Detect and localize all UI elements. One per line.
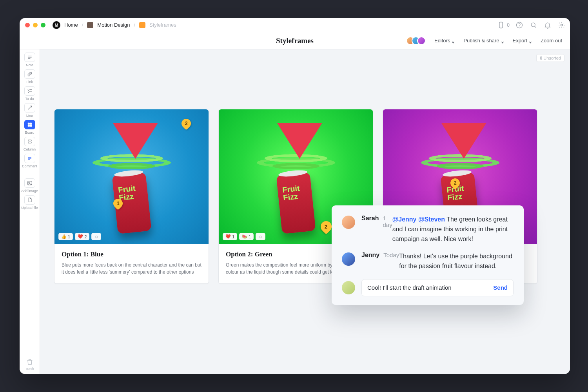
chevron-down-icon: [452, 39, 455, 42]
bell-icon[interactable]: [543, 21, 552, 29]
illustration: FruitFizz: [81, 118, 183, 236]
comment-time: Today: [383, 252, 399, 258]
breadcrumb-page[interactable]: Styleframes: [149, 22, 176, 28]
comment: Sarah 1 day @Jenny @Steven The green loo…: [342, 215, 514, 244]
svg-point-6: [561, 24, 563, 26]
comment: Jenny Today Thanks! Let's use the purple…: [342, 252, 514, 271]
add-reaction-button[interactable]: ☺: [256, 233, 265, 240]
card-image: FruitFizz 2 1 👍1 ❤️2 ☺: [54, 109, 209, 244]
svg-line-5: [535, 26, 536, 27]
zoom-out-button[interactable]: Zoom out: [541, 38, 562, 44]
avatar-icon: [342, 281, 355, 294]
card-title: Option 1: Blue: [62, 250, 201, 258]
app-logo-icon[interactable]: M: [53, 21, 60, 29]
svg-point-4: [531, 23, 535, 27]
close-window-icon[interactable]: [25, 23, 30, 27]
page-title: Styleframes: [276, 36, 314, 45]
editor-avatars[interactable]: [406, 36, 426, 45]
board-icon: [24, 120, 35, 129]
tool-todo[interactable]: To-do: [21, 86, 38, 101]
publish-dropdown[interactable]: Publish & share: [463, 38, 504, 44]
svg-rect-15: [28, 125, 29, 127]
file-icon: [24, 195, 35, 205]
page-color-swatch: [139, 22, 145, 28]
comment-author: Jenny: [361, 252, 379, 259]
fullscreen-window-icon[interactable]: [41, 23, 45, 27]
note-icon: [24, 53, 35, 62]
mention[interactable]: @Jenny @Steven: [392, 216, 445, 223]
comment-input-value: Cool! I'll start the draft animation: [367, 284, 452, 291]
comment-text: @Jenny @Steven The green looks great and…: [392, 215, 514, 244]
card-description: Blue puts more focus back on the central…: [62, 261, 201, 276]
add-reaction-button[interactable]: ☺: [91, 233, 101, 240]
chevron-down-icon: [529, 39, 532, 42]
editors-dropdown[interactable]: Editors: [434, 38, 455, 44]
comment-text: Thanks! Let's use the purple background …: [399, 252, 514, 271]
trash-button[interactable]: Trash: [21, 358, 38, 371]
tool-board[interactable]: Board: [21, 120, 38, 134]
tool-sidebar: Note Link To-do Line Board Column: [20, 49, 40, 374]
svg-rect-17: [28, 140, 31, 141]
svg-rect-13: [28, 123, 29, 124]
traffic-lights: [25, 23, 45, 27]
action-bar: Styleframes Editors Publish & share Expo…: [20, 32, 570, 49]
svg-point-23: [29, 182, 29, 183]
breadcrumb-sep: /: [134, 22, 135, 28]
avatar-icon: [417, 36, 426, 45]
board-canvas[interactable]: 0 Unsorted FruitFizz 2: [40, 49, 570, 374]
minimize-window-icon[interactable]: [33, 23, 38, 27]
tool-note[interactable]: Note: [21, 53, 38, 67]
breadcrumb-sep: /: [82, 22, 83, 28]
svg-rect-14: [30, 123, 31, 124]
device-count-value: 0: [507, 22, 510, 28]
tool-add-image[interactable]: Add image: [21, 178, 38, 193]
comment-thread-popover: 2 Sarah 1 day @Jenny @Steven The green l…: [332, 205, 524, 305]
tool-comment[interactable]: Comment: [21, 154, 38, 168]
device-icon: [497, 21, 505, 29]
gear-icon[interactable]: [557, 21, 566, 29]
reaction[interactable]: 🍉1: [239, 233, 254, 240]
todo-icon: [24, 86, 35, 96]
device-count[interactable]: 0: [497, 21, 510, 29]
svg-rect-16: [30, 125, 31, 127]
reaction-bar: 👍1 ❤️2 ☺: [58, 233, 101, 240]
comment-time: 1 day: [383, 215, 392, 228]
svg-rect-18: [28, 142, 31, 143]
card-option-blue[interactable]: FruitFizz 2 1 👍1 ❤️2 ☺: [54, 109, 209, 284]
trash-icon: [26, 358, 34, 366]
tool-line[interactable]: Line: [21, 103, 38, 118]
export-dropdown[interactable]: Export: [513, 38, 532, 44]
reaction[interactable]: ❤️2: [75, 233, 89, 240]
breadcrumb: M Home / Motion Design / Styleframes: [53, 21, 176, 29]
comment-author: Sarah: [361, 215, 379, 222]
svg-line-12: [28, 106, 31, 109]
comment-input[interactable]: Cool! I'll start the draft animation Sen…: [361, 279, 514, 296]
reaction[interactable]: ❤️1: [223, 233, 237, 240]
send-button[interactable]: Send: [493, 284, 508, 291]
image-icon: [24, 178, 35, 188]
tool-upload-file[interactable]: Upload file: [21, 195, 38, 210]
avatar-icon: [342, 252, 355, 266]
chevron-down-icon: [501, 39, 504, 42]
unsorted-badge[interactable]: 0 Unsorted: [536, 54, 564, 62]
link-icon: [24, 69, 35, 79]
svg-point-3: [519, 26, 520, 27]
avatar-icon: [342, 216, 355, 229]
reaction-bar: ❤️1 🍉1 ☺: [223, 233, 265, 240]
titlebar: M Home / Motion Design / Styleframes 0: [20, 18, 570, 32]
breadcrumb-home[interactable]: Home: [64, 22, 78, 28]
app-window: M Home / Motion Design / Styleframes 0 S…: [20, 18, 570, 374]
comment-icon: [24, 154, 35, 163]
column-icon: [24, 137, 35, 146]
help-icon[interactable]: [515, 21, 524, 29]
comment-composer: Cool! I'll start the draft animation Sen…: [342, 279, 514, 296]
reaction[interactable]: 👍1: [58, 233, 73, 240]
breadcrumb-project[interactable]: Motion Design: [97, 22, 130, 28]
search-icon[interactable]: [529, 21, 538, 29]
tool-column[interactable]: Column: [21, 137, 38, 151]
line-icon: [24, 103, 35, 113]
tool-link[interactable]: Link: [21, 69, 38, 84]
project-color-swatch: [87, 22, 93, 28]
